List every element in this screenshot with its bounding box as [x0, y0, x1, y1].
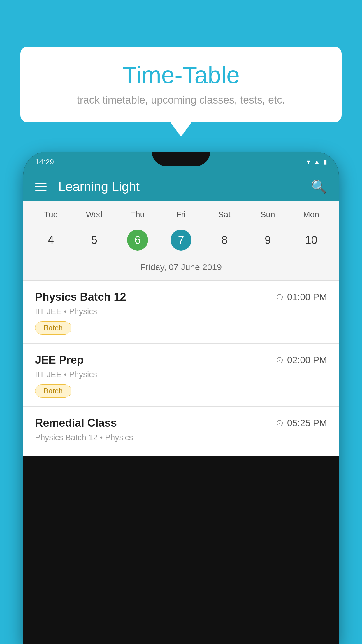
calendar-section: Tue Wed Thu Fri Sat Sun Mon 4 5 6 7 8 9 … — [23, 201, 339, 280]
schedule-time-1: ⏲ 01:00 PM — [275, 292, 327, 302]
schedule-item-3-header: Remedial Class ⏲ 05:25 PM — [35, 417, 327, 429]
batch-badge-1: Batch — [35, 321, 71, 335]
bubble-title: Time-Table — [38, 61, 324, 89]
schedule-subtitle-3: Physics Batch 12 • Physics — [35, 433, 327, 442]
schedule-item-1-header: Physics Batch 12 ⏲ 01:00 PM — [35, 291, 327, 303]
date-6[interactable]: 6 — [116, 225, 159, 255]
schedule-subtitle-1: IIT JEE • Physics — [35, 307, 327, 316]
selected-date-label: Friday, 07 June 2019 — [23, 259, 339, 277]
schedule-subtitle-2: IIT JEE • Physics — [35, 370, 327, 379]
hamburger-menu-button[interactable] — [35, 183, 47, 191]
calendar-dates: 4 5 6 7 8 9 10 — [23, 225, 339, 255]
schedule-title-2: JEE Prep — [35, 354, 84, 366]
day-mon: Mon — [289, 207, 333, 222]
date-5[interactable]: 5 — [73, 225, 116, 255]
signal-icon: ▲ — [314, 158, 320, 166]
clock-icon-3: ⏲ — [275, 418, 284, 428]
schedule-item-1[interactable]: Physics Batch 12 ⏲ 01:00 PM IIT JEE • Ph… — [23, 281, 339, 344]
clock-icon-1: ⏲ — [275, 292, 284, 302]
schedule-title-1: Physics Batch 12 — [35, 291, 126, 303]
schedule-title-3: Remedial Class — [35, 417, 117, 429]
date-10[interactable]: 10 — [289, 225, 333, 255]
schedule-time-2: ⏲ 02:00 PM — [275, 355, 327, 365]
battery-icon: ▮ — [324, 158, 327, 166]
schedule-container: Physics Batch 12 ⏲ 01:00 PM IIT JEE • Ph… — [23, 281, 339, 456]
date-6-circle: 6 — [127, 230, 148, 251]
day-sat: Sat — [203, 207, 246, 222]
day-sun: Sun — [246, 207, 289, 222]
date-7[interactable]: 7 — [159, 225, 203, 255]
phone-frame: 14:29 ▾ ▲ ▮ Learning Light 🔍 Tue Wed Thu… — [23, 152, 339, 644]
date-8[interactable]: 8 — [203, 225, 246, 255]
status-time: 14:29 — [35, 158, 54, 167]
schedule-item-3[interactable]: Remedial Class ⏲ 05:25 PM Physics Batch … — [23, 407, 339, 456]
day-tue: Tue — [29, 207, 73, 222]
time-text-3: 05:25 PM — [287, 418, 327, 428]
date-4[interactable]: 4 — [29, 225, 73, 255]
status-bar: 14:29 ▾ ▲ ▮ — [23, 152, 339, 172]
calendar-days-header: Tue Wed Thu Fri Sat Sun Mon — [23, 207, 339, 222]
schedule-item-2-header: JEE Prep ⏲ 02:00 PM — [35, 354, 327, 366]
search-button[interactable]: 🔍 — [311, 179, 327, 194]
bubble-subtitle: track timetable, upcoming classes, tests… — [38, 94, 324, 106]
app-bar: Learning Light 🔍 — [23, 172, 339, 201]
schedule-time-3: ⏲ 05:25 PM — [275, 418, 327, 428]
day-wed: Wed — [73, 207, 116, 222]
date-7-circle: 7 — [171, 230, 191, 251]
speech-bubble: Time-Table track timetable, upcoming cla… — [20, 47, 342, 122]
date-9[interactable]: 9 — [246, 225, 289, 255]
schedule-item-2[interactable]: JEE Prep ⏲ 02:00 PM IIT JEE • Physics Ba… — [23, 344, 339, 407]
time-text-1: 01:00 PM — [287, 292, 327, 302]
time-text-2: 02:00 PM — [287, 355, 327, 365]
day-fri: Fri — [159, 207, 203, 222]
status-icons: ▾ ▲ ▮ — [307, 158, 327, 166]
batch-badge-2: Batch — [35, 384, 71, 398]
day-thu: Thu — [116, 207, 159, 222]
wifi-icon: ▾ — [307, 158, 310, 166]
clock-icon-2: ⏲ — [275, 355, 284, 365]
app-title: Learning Light — [55, 179, 302, 194]
